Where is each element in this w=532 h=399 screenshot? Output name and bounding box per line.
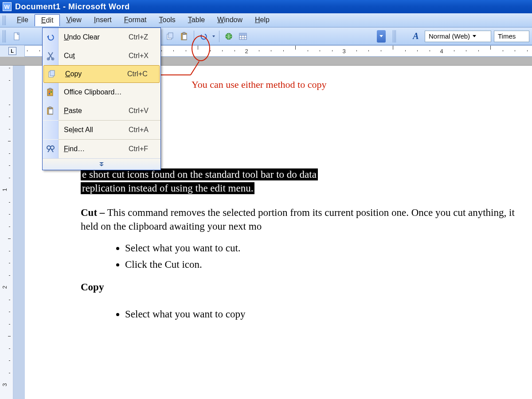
menu-item-shortcut: Ctrl+X — [129, 52, 160, 60]
globe-icon — [224, 32, 233, 41]
edit-menu-dropdown: Undo ClearCtrl+ZCutCtrl+XCopyCtrl+COffic… — [42, 27, 161, 170]
vruler-number: 1 — [1, 188, 8, 191]
menu-file[interactable]: File — [11, 14, 35, 26]
undo-button[interactable] — [197, 30, 210, 43]
insert-table-button[interactable] — [237, 30, 249, 43]
svg-rect-12 — [239, 33, 246, 35]
style-combo[interactable]: Normal (Web) — [425, 31, 491, 42]
menu-help[interactable]: Help — [249, 14, 276, 26]
svg-point-26 — [47, 146, 51, 149]
svg-point-27 — [51, 146, 54, 149]
copy-icon — [47, 70, 56, 78]
vruler-number: 3 — [1, 383, 8, 386]
menu-item-label: Find… — [59, 145, 129, 153]
svg-rect-16 — [50, 70, 55, 76]
new-doc-button[interactable] — [11, 30, 23, 43]
menu-insert[interactable]: Insert — [88, 14, 118, 26]
selected-text-line1[interactable]: e short cut icons found on the standard … — [81, 168, 318, 180]
toolbar-separator — [194, 31, 194, 42]
copy-steps-list: Select what you want to copy — [125, 307, 532, 321]
menu-item-undo-clear[interactable]: Undo ClearCtrl+Z — [43, 28, 160, 47]
copy-heading: Copy — [81, 282, 104, 293]
undo-dropdown[interactable] — [211, 30, 216, 43]
menu-item-office-clipboard[interactable]: Office Clipboard… — [43, 83, 160, 102]
list-item: Select what you want to copy — [125, 307, 532, 321]
svg-rect-19 — [49, 91, 50, 93]
paste-button[interactable] — [178, 30, 191, 43]
menu-item-shortcut: Ctrl+V — [129, 107, 160, 115]
style-combo-value: Normal (Web) — [429, 32, 470, 40]
copy-icon — [166, 32, 175, 41]
vruler-number: 2 — [1, 286, 8, 289]
menu-tools[interactable]: Tools — [153, 14, 182, 26]
hyperlink-button[interactable] — [223, 30, 235, 43]
font-combo[interactable]: Times — [494, 31, 529, 42]
menu-item-shortcut: Ctrl+Z — [129, 33, 160, 41]
svg-rect-22 — [51, 93, 52, 94]
font-combo-value: Times — [498, 32, 516, 40]
selected-text-line2[interactable]: replication instead of using the edit me… — [81, 182, 254, 194]
chevron-double-down-icon — [99, 162, 104, 166]
style-icon: A — [410, 30, 422, 43]
menu-bar: FileEditViewInsertFormatToolsTableWindow… — [0, 13, 532, 27]
ruler-number: 3 — [342, 48, 345, 55]
svg-rect-25 — [49, 107, 51, 109]
menu-item-label: Undo Clear — [59, 33, 129, 41]
menu-format[interactable]: Format — [118, 14, 153, 26]
svg-rect-18 — [49, 88, 51, 90]
svg-rect-5 — [183, 32, 185, 34]
menu-item-label: Cut — [59, 52, 129, 60]
list-item: Click the Cut icon. — [125, 258, 532, 271]
menu-item-label: Copy — [60, 70, 127, 78]
new-doc-icon — [12, 32, 21, 41]
cut-heading: Cut – — [81, 207, 105, 218]
menu-item-paste[interactable]: PasteCtrl+V — [43, 102, 160, 120]
menu-item-cut[interactable]: CutCtrl+X — [43, 47, 160, 65]
page-gutter — [13, 66, 25, 399]
list-item: Select what you want to cut. — [125, 241, 532, 255]
toolbar-separator — [219, 31, 219, 42]
menu-item-find[interactable]: Find…Ctrl+F — [43, 140, 160, 158]
toolbar-overflow-button[interactable] — [377, 30, 386, 43]
vertical-ruler[interactable]: 123 — [0, 66, 13, 399]
undo-icon — [199, 32, 208, 41]
title-bar: W Document1 - Microsoft Word — [0, 0, 532, 13]
app-icon: W — [3, 2, 12, 11]
menu-window[interactable]: Window — [211, 14, 249, 26]
svg-rect-2 — [168, 33, 173, 38]
ruler-number: 2 — [245, 48, 248, 55]
office-clipboard-icon — [46, 88, 55, 97]
chevron-down-icon — [473, 35, 476, 37]
ruler-number: 4 — [440, 48, 443, 55]
menu-item-label: Office Clipboard… — [59, 88, 129, 96]
find-icon — [46, 145, 55, 153]
menu-item-shortcut: Ctrl+F — [129, 145, 160, 153]
cut-paragraph: This command removes the selected portio… — [81, 207, 515, 232]
table-icon — [239, 32, 247, 41]
svg-rect-4 — [183, 35, 187, 39]
menu-expand-button[interactable] — [43, 158, 160, 170]
undo-icon — [46, 33, 55, 42]
copy-button[interactable] — [164, 30, 176, 43]
menu-item-label: Select All — [59, 126, 129, 134]
window-title: Document1 - Microsoft Word — [15, 2, 130, 12]
menu-table[interactable]: Table — [182, 14, 211, 26]
menu-view[interactable]: View — [60, 14, 87, 26]
menu-item-select-all[interactable]: Select AllCtrl+A — [43, 121, 160, 139]
tab-selector[interactable]: L — [0, 45, 25, 57]
menu-item-label: Paste — [59, 107, 129, 115]
paste-icon — [46, 106, 55, 115]
svg-rect-20 — [51, 91, 52, 93]
cut-icon — [46, 51, 55, 60]
toolbar-grip-2[interactable] — [393, 30, 396, 43]
menu-edit[interactable]: Edit — [35, 14, 60, 26]
menubar-grip[interactable] — [3, 16, 6, 25]
svg-rect-21 — [49, 93, 50, 94]
menu-item-shortcut: Ctrl+C — [127, 70, 159, 78]
menu-item-copy[interactable]: CopyCtrl+C — [43, 65, 160, 83]
toolbar-grip[interactable] — [3, 30, 6, 43]
menu-item-shortcut: Ctrl+A — [129, 126, 160, 134]
document-content[interactable]: e short cut icons found on the standard … — [81, 168, 532, 330]
paste-icon — [180, 32, 189, 41]
cut-steps-list: Select what you want to cut.Click the Cu… — [125, 241, 532, 271]
